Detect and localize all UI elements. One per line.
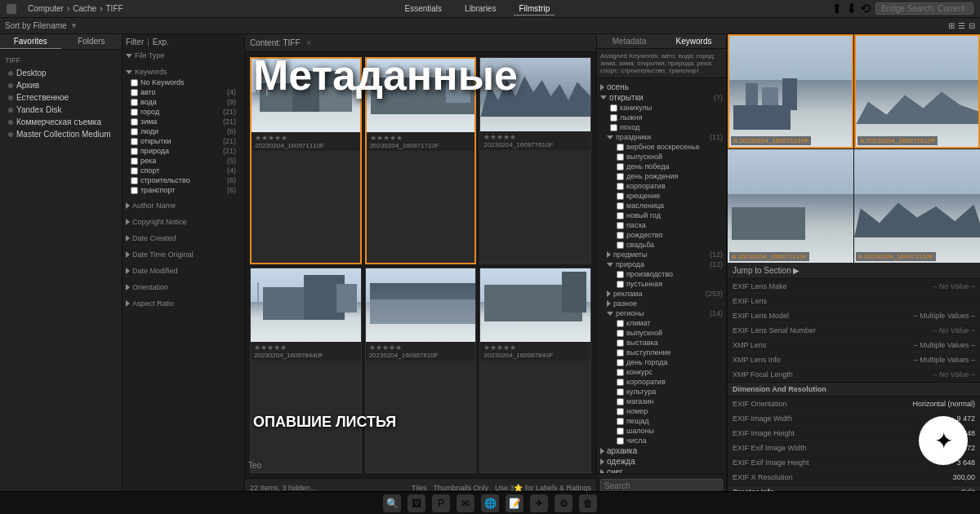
pustynnaya-checkbox[interactable] — [617, 281, 624, 288]
filter-author-title[interactable]: Author Name — [126, 200, 241, 211]
maslenica-checkbox[interactable] — [617, 202, 624, 210]
kw-reklama[interactable]: реклама (253) — [600, 289, 723, 299]
vyst2-checkbox[interactable] — [617, 330, 624, 337]
svadba-checkbox[interactable] — [617, 241, 624, 249]
tab-keywords[interactable]: Keywords — [662, 34, 726, 48]
filter-gorod[interactable]: город (21) — [126, 107, 241, 117]
tab-folders[interactable]: Folders — [61, 34, 122, 49]
sort-label[interactable]: Sort by Filename — [5, 21, 67, 30]
filter-otkrytki[interactable]: открытки (21) — [126, 136, 241, 146]
view-mode-detail[interactable]: ⊟ — [969, 21, 975, 30]
kw-osen[interactable]: осень — [600, 82, 723, 92]
filter-transport[interactable]: транспорт (6) — [126, 185, 241, 195]
lyzhnya-checkbox[interactable] — [610, 114, 617, 122]
filter-keywords-title[interactable]: Keywords — [126, 66, 241, 78]
verbnoe-checkbox[interactable] — [617, 144, 624, 151]
pesad-checkbox[interactable] — [617, 418, 624, 425]
rozhdestvo-checkbox[interactable] — [617, 232, 624, 239]
taskbar-chrome[interactable]: 🌐 — [481, 494, 499, 512]
preview-thumb-2[interactable]: A 20230204_160977610F — [854, 34, 980, 148]
nav-filmstrip[interactable]: Filmstrip — [514, 2, 555, 16]
sidebar-item-commercial[interactable]: Коммерческая съемка — [5, 116, 117, 128]
thumb-item[interactable]: ★★★★★ 20230204_160987840F — [479, 268, 591, 473]
dengorda-checkbox[interactable] — [617, 359, 624, 366]
search-input[interactable] — [875, 2, 973, 15]
magazin-checkbox[interactable] — [617, 398, 624, 405]
gorod-checkbox[interactable] — [131, 109, 138, 116]
thumb-item[interactable]: ★★★★★ 20230204_160987610F — [365, 268, 477, 473]
kw-odezhda[interactable]: одежда — [600, 456, 723, 467]
sidebar-item-yandex[interactable]: Yandex Disk — [5, 104, 117, 116]
filter-aspect-title[interactable]: Aspect Ratio — [126, 298, 241, 309]
novyygod-checkbox[interactable] — [617, 212, 624, 219]
denpobedy-checkbox[interactable] — [617, 163, 624, 171]
preview-thumb-4[interactable]: A 20230204_160971110F — [854, 149, 980, 264]
jump-label[interactable]: Jump to Section ▶ — [733, 266, 800, 275]
taskbar-ps[interactable]: P — [432, 494, 450, 512]
kw-sneg[interactable]: снег — [600, 467, 723, 473]
filter-copyright-title[interactable]: Copyright Notice — [126, 216, 241, 228]
filter-priroda[interactable]: природа (21) — [126, 146, 241, 156]
thumb-item[interactable]: ★★★★★ 20230204_160978440F — [250, 268, 362, 473]
kw-otkrytki[interactable]: открытки (7) — [600, 92, 723, 103]
kw-raznoe[interactable]: разное — [600, 299, 723, 308]
filter-datemod-title[interactable]: Date Modified — [126, 265, 241, 277]
preview-thumb-1[interactable]: A 20230204_160971110F — [728, 34, 853, 148]
taskbar-trash[interactable]: 🗑 — [579, 494, 597, 512]
konkurs-checkbox[interactable] — [617, 369, 624, 376]
kw-predmety[interactable]: предметы (12) — [600, 250, 723, 259]
tab-metadata[interactable]: Metadata — [597, 34, 662, 48]
priroda-checkbox[interactable] — [131, 148, 138, 155]
kultura-checkbox[interactable] — [617, 388, 624, 396]
korporativ2-checkbox[interactable] — [617, 379, 624, 386]
transport-checkbox[interactable] — [131, 187, 138, 194]
kanikyly-checkbox[interactable] — [610, 104, 617, 112]
taskbar-finder[interactable]: 🔍 — [383, 494, 401, 512]
nomer-checkbox[interactable] — [617, 408, 624, 415]
taskbar-bridge[interactable]: 🖼 — [408, 494, 425, 512]
zima-checkbox[interactable] — [131, 118, 138, 126]
filter-datetimeoriginal-title[interactable]: Date Time Original — [126, 249, 241, 260]
thumb-item[interactable]: ★★★★★ 20230204_160971710F — [365, 57, 477, 264]
kw-prazdniki[interactable]: праздники (11) — [600, 132, 723, 142]
view-thumbnails-only[interactable]: Thumbnails Only — [433, 484, 488, 492]
proizvodstvo-checkbox[interactable] — [617, 271, 624, 278]
filter-zima[interactable]: зима (21) — [126, 117, 241, 126]
path-cache[interactable]: Cache — [73, 4, 96, 13]
sport-checkbox[interactable] — [131, 167, 138, 175]
sidebar-item-archive[interactable]: Архив — [5, 79, 117, 91]
voda-checkbox[interactable] — [131, 99, 138, 106]
stroitelstvo-checkbox[interactable] — [131, 177, 138, 184]
filter-lyudi[interactable]: люди (6) — [126, 126, 241, 136]
klimat-checkbox[interactable] — [617, 320, 624, 327]
taskbar-telegram[interactable]: ✈ — [530, 494, 548, 512]
kw-regiony[interactable]: регионы (14) — [600, 308, 723, 318]
no-keywords-checkbox[interactable] — [131, 79, 138, 86]
filter-stroitelstvo[interactable]: строительство (6) — [126, 175, 241, 185]
path-computer[interactable]: Computer — [28, 4, 64, 13]
taskbar-mail[interactable]: ✉ — [457, 494, 474, 512]
kw-arhaika[interactable]: архаика — [600, 445, 723, 456]
filter-no-keywords[interactable]: No Keywords — [126, 78, 241, 87]
kreshenie-checkbox[interactable] — [617, 193, 624, 200]
taskbar-notes[interactable]: 📝 — [506, 494, 523, 512]
denrozhdeniya-checkbox[interactable] — [617, 173, 624, 180]
thumb-item[interactable]: ★★★★★ 20230204_160977610F — [479, 57, 591, 264]
taskbar-settings[interactable]: ⚙ — [555, 494, 572, 512]
lyudi-checkbox[interactable] — [131, 128, 138, 135]
filter-filetype-title[interactable]: File Type — [126, 50, 241, 61]
otkrytki-checkbox[interactable] — [131, 138, 138, 145]
sidebar-item-natural[interactable]: Естественное — [5, 91, 117, 104]
vystavka-checkbox[interactable] — [617, 339, 624, 347]
preview-thumb-3[interactable]: A 20230204_160971110F — [728, 149, 853, 264]
tab-favorites[interactable]: Favorites — [0, 34, 61, 49]
view-tiles[interactable]: Tiles — [412, 484, 427, 492]
nav-libraries[interactable]: Libraries — [460, 2, 501, 16]
pohod-checkbox[interactable] — [610, 124, 617, 131]
korporativ-checkbox[interactable] — [617, 183, 624, 190]
view-mode-list[interactable]: ☰ — [958, 21, 965, 30]
filter-voda[interactable]: вода (9) — [126, 97, 241, 107]
sidebar-item-desktop[interactable]: Desktop — [5, 67, 117, 79]
filter-datecreated-title[interactable]: Date Created — [126, 233, 241, 244]
filter-reka[interactable]: река (5) — [126, 156, 241, 166]
